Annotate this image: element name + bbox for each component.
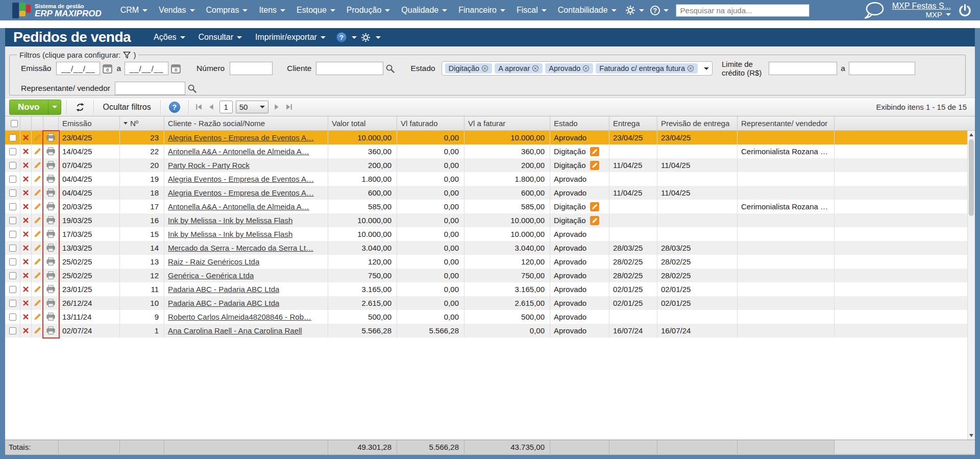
chevron-down-icon[interactable]: [352, 36, 357, 39]
row-checkbox[interactable]: [9, 231, 16, 238]
search-icon[interactable]: [385, 64, 395, 74]
delete-icon[interactable]: [23, 259, 29, 264]
main-menu-item[interactable]: Produção: [341, 6, 396, 15]
print-icon[interactable]: [46, 202, 56, 211]
scroll-up-icon[interactable]: [968, 131, 975, 139]
row-checkbox[interactable]: [9, 203, 16, 210]
client-link[interactable]: Mercado da Serra - Mercado da Serra Lt…: [168, 244, 313, 252]
emissao-from-input[interactable]: [56, 62, 100, 75]
print-icon[interactable]: [46, 161, 56, 170]
table-row[interactable]: 04/04/25 18 Alegria Eventos - Empresa de…: [5, 186, 975, 200]
main-menu-item[interactable]: Vendas: [153, 6, 200, 15]
delete-icon[interactable]: [23, 314, 29, 320]
next-page-icon[interactable]: [272, 103, 281, 111]
page-settings-button[interactable]: [357, 33, 375, 42]
edit-pencil-icon[interactable]: [34, 244, 41, 252]
client-link[interactable]: Ana Carolina Raell - Ana Carolina Raell: [168, 326, 302, 335]
row-checkbox[interactable]: [9, 148, 16, 155]
table-row[interactable]: 23/01/25 11 Padaria ABC - Padaria ABC Lt…: [5, 282, 975, 296]
table-row[interactable]: 17/03/25 15 Ink by Melissa - Ink by Meli…: [5, 227, 975, 241]
edit-pencil-icon[interactable]: [34, 148, 41, 155]
client-link[interactable]: Ink by Melissa - Ink by Melissa Flash: [168, 230, 292, 238]
table-row[interactable]: 13/03/25 14 Mercado da Serra - Mercado d…: [5, 241, 975, 255]
print-icon[interactable]: [46, 147, 56, 156]
table-row[interactable]: 07/04/25 20 Party Rock - Party Rock 200,…: [5, 158, 975, 172]
page-help-button[interactable]: ?: [332, 32, 351, 42]
page-number-input[interactable]: 1: [219, 101, 233, 113]
refresh-icon[interactable]: [72, 102, 88, 112]
row-checkbox[interactable]: [9, 176, 16, 183]
estado-multiselect[interactable]: Digitação A aprovar: [442, 61, 713, 76]
header-vl-a-faturar[interactable]: Vl a faturar: [464, 116, 550, 130]
client-link[interactable]: Alegria Eventos - Empresa de Eventos A…: [168, 175, 314, 183]
edit-pencil-icon[interactable]: [34, 175, 41, 183]
main-menu-item[interactable]: Compras: [201, 6, 254, 15]
edit-pencil-icon[interactable]: [34, 216, 41, 224]
header-emissao[interactable]: Emissão: [59, 116, 120, 130]
client-link[interactable]: Genérica - Genérica Ltda: [168, 271, 254, 280]
edit-pencil-icon[interactable]: [34, 134, 41, 141]
last-page-icon[interactable]: [284, 103, 294, 111]
help-search-input[interactable]: [676, 4, 810, 17]
delete-icon[interactable]: [23, 328, 29, 333]
print-icon[interactable]: [46, 244, 56, 252]
delete-icon[interactable]: [23, 218, 29, 223]
row-checkbox[interactable]: [9, 162, 16, 169]
header-representante[interactable]: Representante/ vendedor: [738, 116, 835, 130]
table-row[interactable]: 25/02/25 12 Genérica - Genérica Ltda 750…: [5, 269, 975, 282]
header-entrega[interactable]: Entrega: [609, 116, 657, 130]
table-row[interactable]: 20/03/25 17 Antonella A&A - Antonella de…: [5, 200, 975, 213]
row-checkbox[interactable]: [9, 217, 16, 224]
print-icon[interactable]: [46, 216, 56, 225]
header-numero[interactable]: Nº: [120, 116, 164, 130]
print-icon[interactable]: [46, 257, 56, 266]
edit-note-icon[interactable]: [590, 216, 599, 225]
emissao-to-input[interactable]: [125, 62, 168, 75]
table-row[interactable]: 02/07/24 1 Ana Carolina Raell - Ana Caro…: [5, 324, 975, 337]
header-cliente[interactable]: Cliente - Razão social/Nome: [164, 116, 328, 130]
scrollbar-thumb[interactable]: [969, 139, 974, 216]
edit-note-icon[interactable]: [590, 147, 599, 156]
header-estado[interactable]: Estado: [550, 116, 609, 130]
client-link[interactable]: Alegria Eventos - Empresa de Eventos A…: [168, 188, 314, 197]
delete-icon[interactable]: [23, 162, 29, 168]
search-icon[interactable]: [187, 84, 197, 93]
delete-icon[interactable]: [23, 190, 29, 196]
table-row[interactable]: 23/04/25 23 Alegria Eventos - Empresa de…: [5, 131, 975, 144]
estado-tag[interactable]: Digitação: [445, 63, 492, 74]
app-logo[interactable]: Sistema de gestão ERP MAXIPROD: [12, 3, 102, 18]
header-valor-total[interactable]: Valor total: [328, 116, 397, 130]
row-checkbox[interactable]: [9, 134, 16, 141]
print-icon[interactable]: [46, 175, 56, 183]
account-link[interactable]: MXP Festas S...: [892, 2, 951, 10]
table-row[interactable]: 25/02/25 13 Raiz - Raiz Genéricos Ltda 1…: [5, 255, 975, 269]
estado-tag[interactable]: Aprovado: [545, 63, 593, 74]
table-row[interactable]: 13/11/24 9 Roberto Carlos Almeida4820884…: [5, 310, 975, 324]
row-checkbox[interactable]: [9, 258, 16, 265]
title-menu-item[interactable]: Ações: [147, 33, 191, 42]
cliente-input[interactable]: [316, 62, 383, 75]
table-row[interactable]: 04/04/25 19 Alegria Eventos - Empresa de…: [5, 172, 975, 186]
novo-button-label[interactable]: Novo: [10, 100, 48, 114]
table-row[interactable]: 14/04/25 22 Antonella A&A - Antonella de…: [5, 144, 975, 158]
delete-icon[interactable]: [23, 245, 29, 251]
title-menu-item[interactable]: Imprimir/exportar: [249, 33, 332, 42]
edit-pencil-icon[interactable]: [34, 327, 41, 334]
title-menu-item[interactable]: Consultar: [192, 33, 249, 42]
row-checkbox[interactable]: [9, 189, 16, 197]
row-checkbox[interactable]: [9, 245, 16, 252]
novo-dropdown[interactable]: [48, 100, 61, 114]
client-link[interactable]: Padaria ABC - Padaria ABC Ltda: [168, 285, 279, 294]
main-menu-item[interactable]: Estoque: [291, 6, 341, 15]
chevron-down-icon[interactable]: [704, 67, 709, 70]
row-checkbox[interactable]: [9, 313, 16, 321]
client-link[interactable]: Party Rock - Party Rock: [168, 161, 250, 170]
select-all-checkbox[interactable]: [11, 120, 18, 127]
remove-tag-icon[interactable]: [582, 65, 590, 72]
main-menu-item[interactable]: Qualidade: [396, 6, 453, 15]
edit-pencil-icon[interactable]: [34, 189, 41, 197]
delete-icon[interactable]: [23, 149, 29, 154]
logout-icon[interactable]: [958, 4, 972, 17]
remove-tag-icon[interactable]: [532, 65, 539, 72]
edit-note-icon[interactable]: [590, 161, 599, 170]
